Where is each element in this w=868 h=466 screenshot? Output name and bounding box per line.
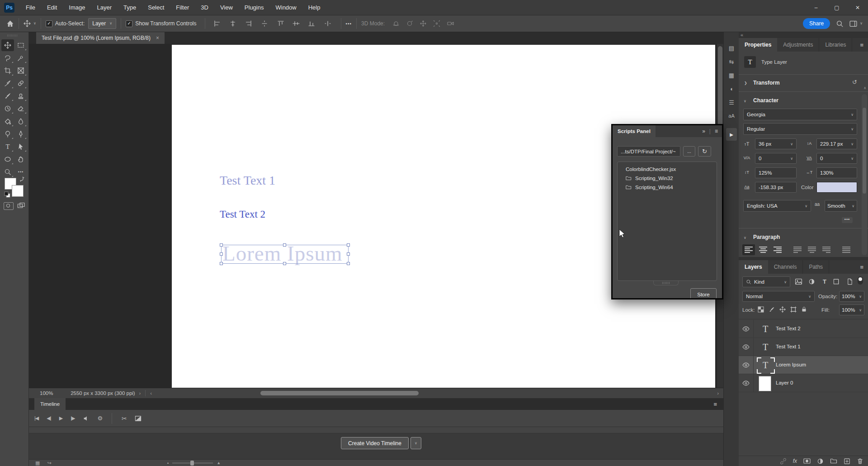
distribute-vertical-centers-icon[interactable] (324, 20, 332, 27)
opacity-field[interactable]: 100%∨ (839, 291, 864, 302)
scripts-path-field[interactable]: ...ts/DTP/Final Project/~ (617, 146, 680, 157)
type-tool[interactable]: T (1, 141, 14, 152)
clone-stamp-tool[interactable] (14, 90, 27, 102)
type-layer-thumbnail[interactable]: T (759, 341, 772, 353)
window-close-button[interactable]: ✕ (847, 0, 868, 15)
create-timeline-chevron-button[interactable]: ∨ (410, 437, 421, 449)
canvas-text-2[interactable]: Test Text 2 (220, 209, 265, 220)
filter-shape-layers-icon[interactable] (833, 278, 840, 285)
filter-pixel-layers-icon[interactable] (795, 278, 802, 285)
share-button[interactable]: Share (803, 18, 830, 29)
add-layer-mask-icon[interactable] (803, 458, 811, 464)
zoom-out-slider-icon[interactable]: ▴ (167, 461, 169, 465)
toolbar-grip[interactable] (7, 34, 17, 37)
transform-section-header[interactable]: Transform (753, 80, 780, 86)
gradient-tool[interactable] (1, 115, 14, 127)
close-document-icon[interactable]: × (156, 35, 159, 41)
transform-handle[interactable] (347, 243, 350, 247)
menu-help[interactable]: Help (302, 0, 326, 15)
visibility-eye-icon[interactable] (739, 338, 754, 356)
more-align-options-icon[interactable]: ••• (346, 21, 352, 26)
align-text-left-button[interactable] (742, 244, 755, 255)
spot-healing-brush-tool[interactable] (14, 77, 27, 89)
visibility-eye-icon[interactable] (739, 320, 754, 338)
transform-handle[interactable] (283, 262, 286, 265)
menu-type[interactable]: Type (118, 0, 142, 15)
tab-scripts-panel[interactable]: Scripts Panel (613, 125, 656, 137)
default-colors-icon[interactable] (4, 191, 10, 198)
align-left-edges-icon[interactable] (213, 20, 222, 27)
paragraph-twist-icon[interactable]: ∨ (744, 236, 746, 240)
crop-tool[interactable] (1, 65, 14, 76)
filter-type-layers-icon[interactable]: T (823, 278, 826, 285)
script-list-item[interactable]: Scripting_Win32 (618, 174, 717, 183)
zoom-in-slider-icon[interactable]: ▲ (217, 461, 221, 465)
frame-tool[interactable] (14, 65, 27, 76)
scroll-up-icon[interactable]: ∧ (863, 86, 866, 90)
menu-filter[interactable]: Filter (170, 0, 195, 15)
align-bottom-edges-icon[interactable] (307, 20, 316, 27)
transition-icon[interactable] (135, 415, 142, 422)
image-layer-thumbnail[interactable] (759, 376, 771, 391)
vertical-scale-field[interactable]: 125% (755, 167, 797, 178)
canvas-text-1[interactable]: Test Text 1 (220, 173, 275, 188)
link-layers-icon[interactable] (780, 458, 787, 465)
scroll-left-icon[interactable]: ‹ (150, 390, 152, 396)
timeline-zoom-slider[interactable] (172, 462, 213, 464)
filter-adjustment-layers-icon[interactable] (808, 278, 815, 285)
collapsed-panel-icon[interactable]: ▤ (724, 42, 739, 54)
layer-name[interactable]: Layer 0 (776, 380, 793, 385)
preset-chevron-icon[interactable]: ∨ (33, 22, 36, 25)
zoom-tool[interactable] (1, 166, 14, 178)
properties-scrollbar[interactable] (862, 94, 867, 255)
swap-colors-icon[interactable] (19, 176, 25, 182)
menu-image[interactable]: Image (63, 0, 91, 15)
rectangular-marquee-tool[interactable] (14, 39, 27, 51)
font-style-dropdown[interactable]: Regular∨ (743, 123, 857, 135)
menu-plugins[interactable]: Plugins (239, 0, 270, 15)
leading-field[interactable]: 229.17 px∨ (816, 138, 857, 149)
pen-tool[interactable] (14, 128, 27, 140)
lock-artboard-icon[interactable] (790, 306, 797, 313)
menu-file[interactable]: File (20, 0, 41, 15)
store-button[interactable]: Store (690, 288, 717, 300)
audio-icon[interactable] (83, 415, 89, 422)
tracking-field[interactable]: 0∨ (755, 153, 797, 164)
create-video-timeline-button[interactable]: Create Video Timeline (341, 437, 409, 449)
auto-select-checkbox[interactable]: ✓ (46, 20, 52, 27)
collapsed-panel-icon[interactable]: ☰ (724, 96, 739, 108)
previous-frame-icon[interactable]: ◀| (47, 415, 51, 421)
transform-handle[interactable] (283, 243, 286, 247)
actions-play-icon[interactable]: ▶ (726, 128, 737, 141)
tab-layers[interactable]: Layers (739, 260, 768, 274)
collapsed-panel-icon[interactable]: ◖ (724, 83, 739, 95)
new-group-folder-icon[interactable] (830, 458, 837, 464)
reset-transform-icon[interactable]: ↺ (852, 79, 857, 86)
layer-filter-kind-dropdown[interactable]: Kind∨ (742, 276, 790, 287)
background-color-swatch[interactable] (12, 185, 24, 197)
layer-row-layer-0[interactable]: Layer 0 (739, 374, 868, 392)
move-tool[interactable] (1, 39, 14, 51)
auto-select-target-dropdown[interactable]: Layer ∨ (88, 18, 116, 29)
workspace-chevron-icon[interactable]: ∨ (860, 22, 863, 25)
kerning-field[interactable]: 0∨ (816, 153, 857, 164)
transform-twist-icon[interactable]: ❯ (744, 81, 747, 85)
justify-last-center-button[interactable] (806, 244, 818, 255)
justify-last-left-button[interactable] (791, 244, 804, 255)
collapsed-panel-icon[interactable]: ▦ (724, 69, 739, 81)
refresh-scripts-icon[interactable]: ↻ (698, 146, 711, 157)
layer-name[interactable]: Test Text 2 (776, 326, 801, 331)
home-icon[interactable] (6, 20, 14, 28)
align-horizontal-centers-icon[interactable] (229, 20, 237, 27)
horizontal-scrollbar-thumb[interactable] (260, 391, 419, 395)
text-color-swatch[interactable] (816, 182, 857, 193)
align-vertical-centers-icon[interactable] (292, 20, 300, 27)
visibility-eye-icon[interactable] (739, 356, 754, 374)
transform-handle[interactable] (347, 262, 350, 265)
transform-handle[interactable] (220, 243, 223, 247)
horizontal-scale-field[interactable]: 130% (816, 167, 857, 178)
window-maximize-button[interactable]: ▢ (826, 0, 847, 15)
zoom-level-field[interactable]: 100% (40, 390, 53, 396)
collapse-dock-icon[interactable]: « (741, 32, 743, 38)
collapsed-glyphs-panel-icon[interactable]: aA (724, 110, 739, 122)
